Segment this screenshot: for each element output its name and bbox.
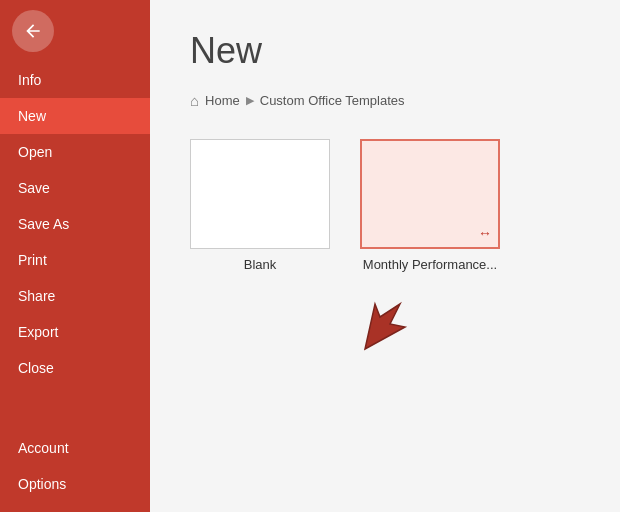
templates-grid: Blank ↔ Monthly Performance... [190,139,580,272]
template-blank[interactable]: Blank [190,139,330,272]
template-blank-label: Blank [244,257,277,272]
back-button[interactable] [12,10,54,52]
template-monthly-label: Monthly Performance... [363,257,497,272]
sidebar-item-export[interactable]: Export [0,314,150,350]
template-monthly-thumbnail: ↔ [360,139,500,249]
sidebar-item-open[interactable]: Open [0,134,150,170]
page-title: New [190,30,580,72]
breadcrumb-separator: ▶ [246,94,254,107]
template-blank-thumbnail [190,139,330,249]
breadcrumb-current: Custom Office Templates [260,93,405,108]
sidebar: Info New Open Save Save As Print Share E… [0,0,150,512]
template-pin-icon: ↔ [478,225,492,241]
sidebar-item-options[interactable]: Options [0,466,150,502]
sidebar-item-info[interactable]: Info [0,62,150,98]
sidebar-bottom: Account Options [0,430,150,512]
sidebar-item-close[interactable]: Close [0,350,150,386]
sidebar-item-save-as[interactable]: Save As [0,206,150,242]
svg-marker-0 [365,304,405,349]
home-icon: ⌂ [190,92,199,109]
template-monthly-performance[interactable]: ↔ Monthly Performance... [360,139,500,272]
sidebar-item-account[interactable]: Account [0,430,150,466]
sidebar-item-print[interactable]: Print [0,242,150,278]
cursor-arrow [355,299,415,354]
breadcrumb-home-link[interactable]: Home [205,93,240,108]
sidebar-item-share[interactable]: Share [0,278,150,314]
main-content: New ⌂ Home ▶ Custom Office Templates Bla… [150,0,620,512]
sidebar-item-save[interactable]: Save [0,170,150,206]
sidebar-nav: Info New Open Save Save As Print Share E… [0,62,150,512]
breadcrumb: ⌂ Home ▶ Custom Office Templates [190,92,580,109]
sidebar-item-new[interactable]: New [0,98,150,134]
